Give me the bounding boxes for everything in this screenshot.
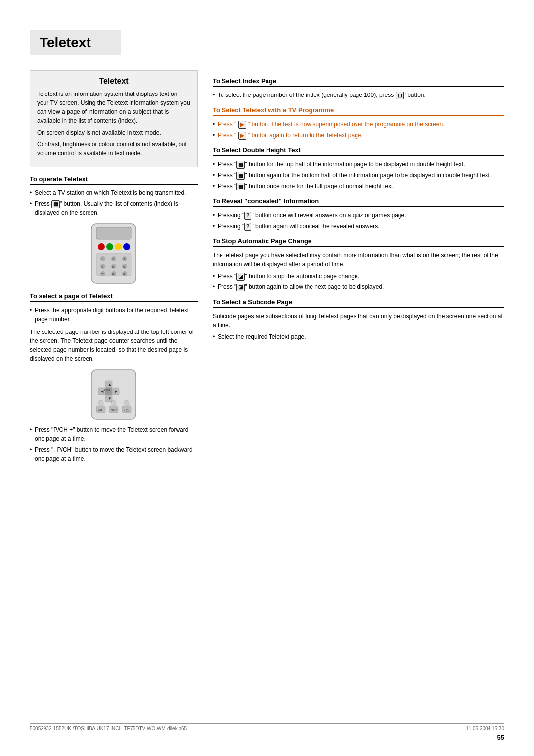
section-teletext-tv-title: To Select Teletext with a TV Programme [213, 106, 504, 116]
svg-text:▲: ▲ [108, 382, 112, 387]
header-title-box: Teletext [30, 30, 121, 55]
bullet-item: Select a TV station on which Teletext is… [30, 189, 198, 197]
section-double-height-title: To Select Double Height Text [213, 146, 504, 156]
svg-text:▼: ▼ [108, 396, 112, 401]
dh-button-icon1: ▦ [236, 161, 245, 169]
page-title: Teletext [40, 35, 91, 50]
stop-auto-para: The teletext page you have selected may … [213, 251, 504, 269]
section-select-page: To select a page of Teletext Press the a… [30, 292, 198, 363]
footer-line: 50052932-1552UK /TOSHIBA UK17 INCH TE75D… [30, 723, 504, 731]
section-concealed-bullets: Pressing "?" button once will reveal ans… [213, 211, 504, 231]
tv-mix-button-icon: ▶ [238, 121, 246, 129]
bullet-item: Press "◪" button again to allow the next… [213, 283, 504, 291]
section-operate-bullets: Select a TV station on which Teletext is… [30, 189, 198, 217]
svg-text:◄: ◄ [100, 389, 104, 394]
bullet-item: Press " ▶ " button. The text is now supe… [213, 120, 504, 129]
stop-auto-btn1: ◪ [236, 273, 245, 281]
section-subcode-bullets: Select the required Teletext page. [213, 332, 504, 341]
section-select-page-bullets: Press the appropriate digit buttons for … [30, 306, 198, 324]
section-subcode: To Select a Subcode Page Subcode pages a… [213, 298, 504, 341]
content-area: Teletext Teletext is an information syst… [30, 70, 504, 467]
section-subcode-title: To Select a Subcode Page [213, 298, 504, 308]
tv-mix-button-icon2: ▶ [238, 132, 246, 140]
bullet-item: Press ▩" button. Usually the list of con… [30, 199, 198, 217]
bullet-item: Press the appropriate digit buttons for … [30, 306, 198, 324]
svg-point-44 [124, 400, 129, 405]
bullet-item: Press "▦" button for the top half of the… [213, 160, 504, 169]
dh-button-icon3: ▦ [236, 183, 245, 190]
intro-para2: On screen display is not available in te… [37, 128, 190, 137]
remote-image-1: 1 2 3 4 5 6 7 8 9 [30, 221, 198, 285]
svg-text:►: ► [114, 389, 118, 394]
svg-point-42 [98, 400, 103, 405]
select-page-para: The selected page number is displayed at… [30, 328, 198, 363]
bullet-item: Press "P/CH +" button to move the Telete… [30, 425, 198, 443]
dh-button-icon2: ▦ [236, 172, 245, 180]
section-index-page: To Select Index Page To select the page … [213, 77, 504, 99]
reveal-button-icon2: ? [244, 223, 251, 231]
index-button-icon: ◫ [396, 92, 404, 99]
bullet-item: Pressing "?" button again will conceal t… [213, 222, 504, 231]
footer-right: 11.05.2004 15:30 [466, 726, 504, 731]
svg-text:I-II: I-II [98, 408, 102, 412]
bullet-item: Press " ▶ " button again to return to th… [213, 131, 504, 140]
section-index-title: To Select Index Page [213, 77, 504, 87]
section-select-page-title: To select a page of Teletext [30, 292, 198, 302]
intro-box: Teletext Teletext is an information syst… [30, 70, 198, 167]
section-concealed-title: To Reveal "concealed" Information [213, 197, 504, 207]
svg-point-2 [98, 243, 105, 250]
section-concealed: To Reveal "concealed" Information Pressi… [213, 197, 504, 231]
section-index-bullets: To select the page number of the index (… [213, 91, 504, 99]
remote-image-2: ▲ ◄ ► ▼ P/CH I-II STV [30, 367, 198, 422]
svg-point-4 [115, 243, 122, 250]
section-double-height: To Select Double Height Text Press "▦" b… [213, 146, 504, 190]
stop-auto-btn2: ◪ [236, 284, 245, 291]
teletext-button-icon: ▩ [51, 200, 60, 208]
bullet-item: To select the page number of the index (… [213, 91, 504, 99]
section-select-page-bullets2: Press "P/CH +" button to move the Telete… [30, 425, 198, 463]
bullet-item: Press "◪" button to stop the automatic p… [213, 272, 504, 281]
svg-point-3 [106, 243, 113, 250]
svg-text:◁▷: ◁▷ [124, 408, 130, 412]
bullet-item: Press "- P/CH" button to move the Telete… [30, 445, 198, 463]
section-teletext-tv: To Select Teletext with a TV Programme P… [213, 106, 504, 140]
section-stop-auto: To Stop Automatic Page Change The telete… [213, 237, 504, 291]
intro-heading: Teletext [37, 77, 190, 86]
section-operate-title: To operate Teletext [30, 175, 198, 185]
svg-text:STV: STV [111, 409, 117, 412]
svg-text:P/CH: P/CH [104, 388, 111, 391]
intro-para1: Teletext is an information system that d… [37, 90, 190, 125]
page-number: 55 [497, 734, 504, 741]
footer-left: 50052932-1552UK /TOSHIBA UK17 INCH TE75D… [30, 726, 187, 731]
page-header: Teletext [30, 30, 504, 55]
left-column: Teletext Teletext is an information syst… [30, 70, 198, 467]
bullet-item: Press "▦" button again for the bottom ha… [213, 171, 504, 180]
intro-para3: Contrast, brightness or colour control i… [37, 140, 190, 158]
bullet-item: Pressing "?" button once will reveal ans… [213, 211, 504, 220]
bullet-item: Select the required Teletext page. [213, 332, 504, 341]
subcode-para: Subcode pages are subsections of long Te… [213, 312, 504, 330]
svg-point-43 [111, 400, 116, 405]
section-double-height-bullets: Press "▦" button for the top half of the… [213, 160, 504, 190]
section-operate: To operate Teletext Select a TV station … [30, 175, 198, 217]
bullet-item: Press "▦" button once more for the full … [213, 182, 504, 190]
svg-point-5 [123, 243, 130, 250]
section-stop-auto-title: To Stop Automatic Page Change [213, 237, 504, 247]
section-stop-auto-bullets: Press "◪" button to stop the automatic p… [213, 272, 504, 291]
reveal-button-icon1: ? [244, 212, 251, 220]
section-teletext-tv-bullets: Press " ▶ " button. The text is now supe… [213, 120, 504, 140]
svg-rect-1 [96, 227, 131, 239]
right-column: To Select Index Page To select the page … [213, 70, 504, 345]
